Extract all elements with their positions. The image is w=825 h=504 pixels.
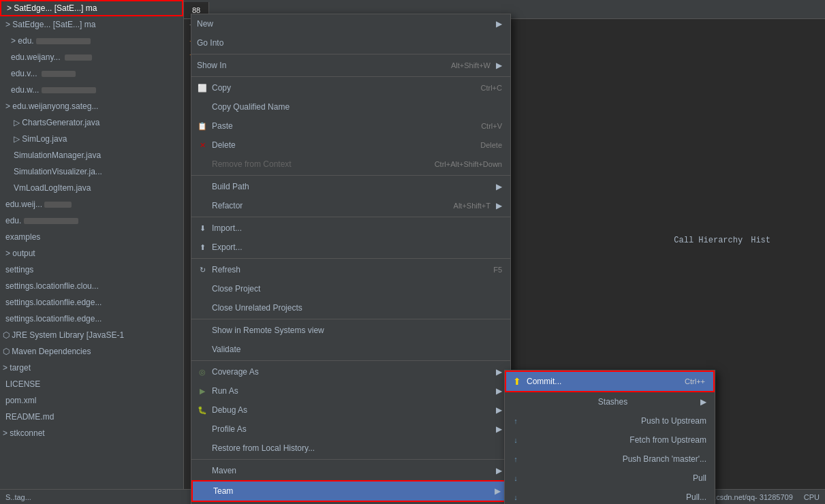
blank-icon (197, 302, 208, 313)
file-tree-item[interactable]: > target (0, 360, 183, 376)
blank-icon (197, 101, 208, 112)
menu-item-copy[interactable]: ⬜ Copy Ctrl+C (191, 78, 510, 97)
menu-separator (191, 258, 510, 259)
menu-item-remove-context[interactable]: Remove from Context Ctrl+Alt+Shift+Down (191, 155, 510, 174)
blank-icon (197, 325, 208, 336)
file-tree-item[interactable]: > output (0, 245, 183, 262)
file-tree-item[interactable]: ▷ SimLog.java (0, 131, 183, 147)
tree-selected-item[interactable]: > SatEdge... [SatE...] ma (0, 0, 183, 16)
menu-separator (191, 360, 510, 361)
paste-icon: 📋 (197, 121, 208, 131)
menu-item-copy-qualified[interactable]: Copy Qualified Name (191, 97, 510, 116)
file-tree-item[interactable]: ⬡ Maven Dependencies (0, 343, 183, 360)
context-menu: New ▶ Go Into Show In Alt+Shift+W ▶ ⬜ Co… (191, 14, 511, 504)
import-icon: ⬇ (197, 223, 208, 234)
blank-icon (197, 344, 208, 355)
blank-icon (197, 443, 208, 454)
file-tree-item[interactable]: > stkconnet (0, 425, 183, 441)
file-tree-item[interactable]: SimulationManager.java (0, 147, 183, 163)
menu-item-run-as[interactable]: ▶ Run As ▶ (191, 381, 510, 400)
file-tree-item[interactable]: settings.locationflie.edge... (0, 294, 183, 311)
file-tree-item[interactable]: SimulationVisualizer.ja... (0, 163, 183, 180)
menu-item-show-remote[interactable]: Show in Remote Systems view (191, 321, 510, 340)
menu-separator (191, 54, 510, 54)
push-branch-icon: ↑ (510, 454, 521, 464)
menu-item-show-in[interactable]: Show In Alt+Shift+W ▶ (191, 56, 510, 75)
file-tree-item[interactable]: examples (0, 229, 183, 245)
menu-item-build-path[interactable]: Build Path ▶ (191, 177, 510, 196)
file-tree-item[interactable]: edu.weijany... (0, 49, 183, 65)
menu-item-import[interactable]: ⬇ Import... (191, 219, 510, 238)
menu-item-profile-as[interactable]: Profile As ▶ (191, 420, 510, 439)
menu-separator (191, 319, 510, 319)
file-tree-item[interactable]: VmLoadLogItem.java (0, 180, 183, 196)
menu-item-refresh[interactable]: ↻ Refresh F5 (191, 260, 510, 279)
file-tree-item[interactable]: ▷ ChartsGenerator.java (0, 114, 183, 131)
blank-icon (197, 283, 208, 294)
blank-icon (510, 396, 521, 407)
menu-item-commit[interactable]: ⬆ Commit... Ctrl++ (505, 371, 715, 392)
file-tree-item[interactable]: LICENSE (0, 376, 183, 392)
file-tree-item[interactable]: settings.locationflie.clou... (0, 278, 183, 294)
team-submenu: ⬆ Commit... Ctrl++ Stashes ▶ ↑ Push to U… (504, 370, 715, 504)
debug-icon: 🐛 (197, 405, 208, 415)
menu-item-close-unrelated[interactable]: Close Unrelated Projects (191, 298, 510, 317)
menu-item-new[interactable]: New ▶ (191, 14, 510, 33)
menu-item-push-upstream[interactable]: ↑ Push to Upstream (505, 411, 715, 430)
menu-item-refactor[interactable]: Refactor Alt+Shift+T ▶ (191, 196, 510, 215)
blank-icon (197, 159, 208, 170)
menu-item-go-into[interactable]: Go Into (191, 33, 510, 52)
file-tree-item[interactable]: > edu. (0, 33, 183, 49)
pull-dots-icon: ↓ (510, 492, 521, 503)
blank-icon (197, 181, 208, 192)
menu-separator (191, 459, 510, 460)
blank-icon (198, 486, 209, 497)
call-hierarchy-tab[interactable]: Call Hierarchy (674, 236, 743, 245)
file-tree-item[interactable]: settings.locationflie.edge... (0, 311, 183, 327)
menu-item-fetch-upstream[interactable]: ↓ Fetch from Upstream (505, 430, 715, 450)
menu-item-coverage[interactable]: ◎ Coverage As ▶ (191, 362, 510, 381)
menu-item-delete[interactable]: ✕ Delete Delete (191, 136, 510, 155)
pull-icon: ↓ (510, 473, 521, 484)
file-tree-item[interactable]: edu.w... (0, 82, 183, 98)
run-icon: ▶ (197, 385, 208, 396)
menu-separator (191, 175, 510, 176)
delete-icon: ✕ (197, 140, 208, 151)
menu-item-stashes[interactable]: Stashes ▶ (505, 392, 715, 411)
menu-item-paste[interactable]: 📋 Paste Ctrl+V (191, 116, 510, 136)
menu-item-maven[interactable]: Maven ▶ (191, 461, 510, 480)
menu-item-restore-history[interactable]: Restore from Local History... (191, 439, 510, 458)
menu-separator (191, 217, 510, 217)
file-tree-item[interactable]: > SatEdge... [SatE...] ma (0, 16, 183, 33)
file-tree-item[interactable]: pom.xml (0, 392, 183, 409)
menu-item-pull-dots[interactable]: ↓ Pull... (505, 488, 715, 504)
menu-item-close-project[interactable]: Close Project (191, 279, 510, 298)
file-tree-panel: > SatEdge... [SatE...] ma > SatEdge... [… (0, 0, 184, 504)
hist-tab[interactable]: Hist (751, 236, 770, 245)
menu-item-pull[interactable]: ↓ Pull (505, 469, 715, 488)
status-left-text: S..tag... (5, 493, 31, 501)
refresh-icon: ↻ (197, 264, 208, 275)
menu-item-validate[interactable]: Validate (191, 340, 510, 359)
file-tree-item[interactable]: ⬡ JRE System Library [JavaSE-1 (0, 327, 183, 343)
menu-item-debug-as[interactable]: 🐛 Debug As ▶ (191, 400, 510, 420)
blank-icon (197, 424, 208, 435)
file-tree-item[interactable]: settings (0, 262, 183, 278)
menu-item-export[interactable]: ⬆ Export... (191, 238, 510, 257)
file-tree-item[interactable]: README.md (0, 409, 183, 425)
commit-icon: ⬆ (512, 376, 523, 387)
coverage-icon: ◎ (197, 366, 208, 377)
cpu-label: CPU (804, 493, 820, 501)
file-tree-item[interactable]: > edu.weijanyong.sateg... (0, 98, 183, 114)
blank-icon (197, 465, 208, 476)
file-tree-item[interactable]: edu.v... (0, 65, 183, 82)
fetch-icon: ↓ (510, 435, 521, 445)
blank-icon (197, 200, 208, 211)
menu-separator (191, 76, 510, 77)
file-tree-item[interactable]: edu.weij... (0, 196, 183, 212)
file-tree-item[interactable]: edu. (0, 212, 183, 229)
copy-icon: ⬜ (197, 82, 208, 93)
menu-item-team[interactable]: Team ▶ (191, 480, 510, 502)
push-icon: ↑ (510, 415, 521, 426)
menu-item-push-branch[interactable]: ↑ Push Branch 'master'... (505, 450, 715, 469)
